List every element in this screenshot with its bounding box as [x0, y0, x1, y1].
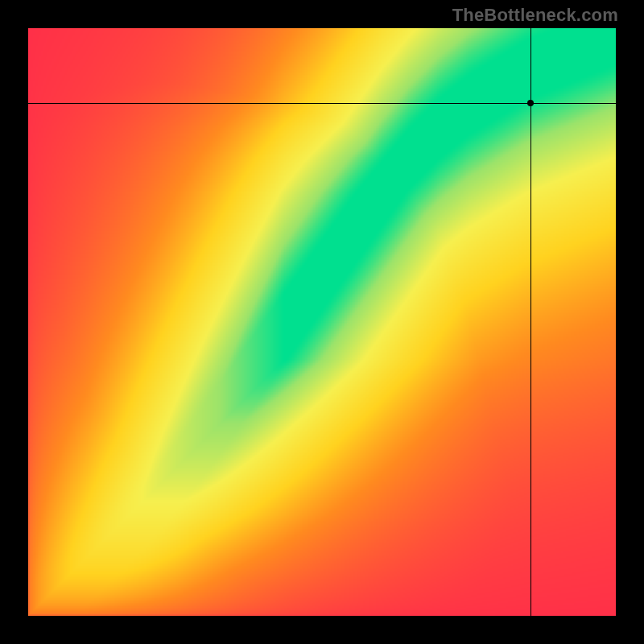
watermark-text: TheBottleneck.com	[452, 5, 618, 26]
plot-area	[28, 28, 616, 616]
heatmap-canvas	[28, 28, 616, 616]
chart-container: TheBottleneck.com	[0, 0, 644, 644]
